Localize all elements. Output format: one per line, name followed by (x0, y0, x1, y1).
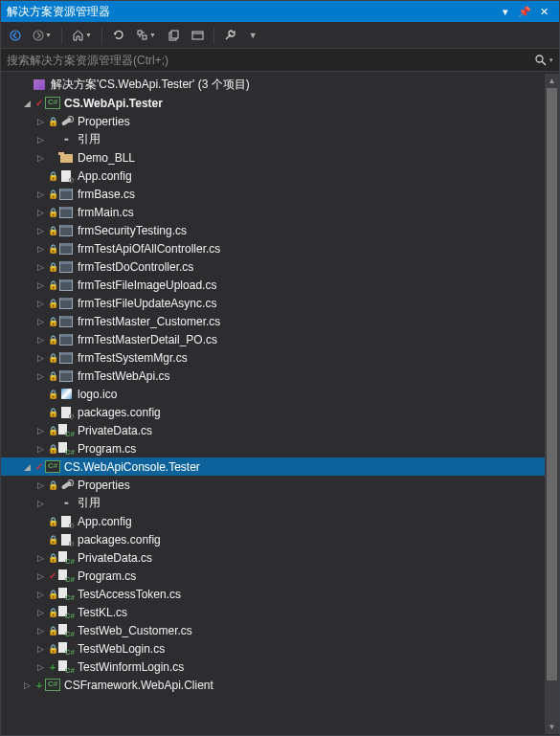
expand-closed-icon[interactable] (34, 626, 47, 636)
scroll-up-icon[interactable]: ▲ (545, 74, 559, 88)
lock-icon (47, 553, 58, 563)
tree-node[interactable]: frmTestApiOfAllController.cs (1, 239, 559, 257)
close-icon[interactable]: ✕ (534, 6, 553, 18)
winform-icon (58, 297, 74, 310)
search-icon[interactable]: ▾ (534, 54, 553, 67)
tree-node[interactable]: logo.ico (1, 385, 559, 403)
references-icon (58, 497, 74, 510)
expand-closed-icon[interactable] (34, 190, 47, 199)
tree-node[interactable]: frmBase.cs (1, 185, 559, 203)
expand-closed-icon[interactable] (34, 117, 47, 126)
tree-node[interactable]: TestAccessToken.cs (1, 585, 559, 603)
expand-closed-icon[interactable] (34, 480, 47, 490)
solution-tree[interactable]: 解决方案'CS.WebApi.Tester' (3 个项目)CS.WebApi.… (1, 72, 559, 733)
lock-icon (47, 535, 58, 545)
home-button[interactable]: ▼ (67, 25, 97, 46)
tree-node[interactable]: frmTestSystemMgr.cs (1, 348, 559, 367)
expand-closed-icon[interactable] (34, 426, 47, 435)
tree-node[interactable]: frmTestMasterDetail_PO.cs (1, 330, 559, 348)
vertical-scrollbar[interactable]: ▲ ▼ (545, 74, 559, 734)
expand-closed-icon[interactable] (34, 244, 47, 254)
expand-closed-icon[interactable] (34, 153, 47, 163)
expand-closed-icon[interactable] (34, 135, 47, 145)
tree-node[interactable]: CS.WebApi.Tester (1, 94, 559, 112)
refresh-button[interactable]: ▼ (131, 25, 161, 46)
tree-node[interactable]: TestWeb_Customer.cs (1, 621, 559, 639)
tree-node[interactable]: frmTestMaster_Customer.cs (1, 312, 559, 330)
expand-closed-icon[interactable] (34, 262, 47, 272)
toolbar-separator (213, 27, 214, 44)
tree-node[interactable]: Demo_BLL (1, 148, 559, 167)
csharp-project-icon (45, 460, 60, 474)
expand-closed-icon[interactable] (34, 353, 47, 363)
lock-icon (47, 390, 58, 399)
showall-button[interactable] (187, 25, 209, 46)
expand-closed-icon[interactable] (34, 226, 47, 235)
expand-closed-icon[interactable] (34, 371, 47, 381)
scroll-thumb[interactable] (547, 88, 557, 680)
tree-node[interactable]: 引用 (1, 130, 559, 148)
pin-icon[interactable]: 📌 (515, 6, 534, 18)
preview-dropdown[interactable]: ▼ (243, 25, 262, 46)
tree-node-label: frmTestFileImageUpload.cs (78, 279, 216, 292)
scroll-down-icon[interactable]: ▼ (545, 720, 559, 734)
expand-closed-icon[interactable] (34, 317, 47, 326)
tree-node[interactable]: TestWebLogin.cs (1, 639, 559, 658)
tree-node-label: TestKL.cs (78, 606, 127, 619)
tree-node[interactable]: PrivateData.cs (1, 548, 559, 567)
tree-node[interactable]: 引用 (1, 494, 559, 512)
expand-closed-icon[interactable] (34, 299, 47, 308)
lock-icon (47, 299, 58, 308)
tree-node[interactable]: App.config (1, 167, 559, 185)
expand-closed-icon[interactable] (34, 608, 47, 617)
expand-closed-icon[interactable] (34, 208, 47, 217)
search-input[interactable] (7, 54, 534, 67)
tree-node-label: CS.WebApiConsole.Tester (64, 460, 200, 474)
forward-button[interactable]: ▼ (28, 25, 56, 46)
tree-node[interactable]: TestWinformLogin.cs (1, 658, 559, 676)
expand-closed-icon[interactable] (34, 571, 47, 581)
properties-button[interactable] (219, 25, 241, 46)
expand-closed-icon[interactable] (34, 644, 47, 654)
tree-node-label: Properties (78, 115, 130, 128)
back-button[interactable] (5, 25, 26, 46)
expand-open-icon[interactable] (20, 99, 34, 108)
tree-node[interactable]: packages.config (1, 530, 559, 548)
tree-node[interactable]: frmTestWebApi.cs (1, 367, 559, 385)
tree-node[interactable]: App.config (1, 512, 559, 530)
winform-icon (58, 279, 74, 292)
tree-node[interactable]: CSFramework.WebApi.Client (1, 676, 559, 694)
tree-node-label: 引用 (78, 131, 101, 147)
csharp-file-icon (58, 442, 74, 456)
expand-closed-icon[interactable] (20, 680, 34, 690)
expand-closed-icon[interactable] (34, 499, 47, 508)
tree-node[interactable]: Program.cs (1, 567, 559, 585)
lock-icon (47, 371, 58, 381)
tree-node[interactable]: CS.WebApiConsole.Tester (1, 457, 559, 476)
tree-node[interactable]: Program.cs (1, 439, 559, 457)
tree-node[interactable]: frmSecurityTesting.cs (1, 221, 559, 239)
expand-closed-icon[interactable] (34, 335, 47, 345)
tree-node[interactable]: PrivateData.cs (1, 421, 559, 439)
expand-closed-icon[interactable] (34, 553, 47, 563)
tree-node-label: packages.config (78, 406, 161, 419)
config-file-icon (58, 515, 74, 528)
collapse-button[interactable] (163, 25, 185, 46)
tree-node-label: 引用 (78, 495, 101, 511)
tree-node[interactable]: frmTestFileImageUpload.cs (1, 276, 559, 294)
expand-closed-icon[interactable] (34, 444, 47, 454)
expand-closed-icon[interactable] (34, 280, 47, 290)
expand-open-icon[interactable] (20, 462, 34, 472)
tree-node[interactable]: Properties (1, 112, 559, 130)
dropdown-icon[interactable]: ▾ (496, 6, 515, 18)
tree-node[interactable]: frmMain.cs (1, 203, 559, 221)
tree-node[interactable]: TestKL.cs (1, 603, 559, 621)
tree-node[interactable]: frmTestFileUpdateAsync.cs (1, 294, 559, 312)
expand-closed-icon[interactable] (34, 662, 47, 672)
sync-button[interactable] (107, 25, 129, 46)
tree-node[interactable]: frmTestDoController.cs (1, 257, 559, 276)
tree-node[interactable]: packages.config (1, 403, 559, 421)
expand-closed-icon[interactable] (34, 590, 47, 599)
tree-node[interactable]: Properties (1, 476, 559, 494)
tree-node[interactable]: 解决方案'CS.WebApi.Tester' (3 个项目) (1, 76, 559, 94)
